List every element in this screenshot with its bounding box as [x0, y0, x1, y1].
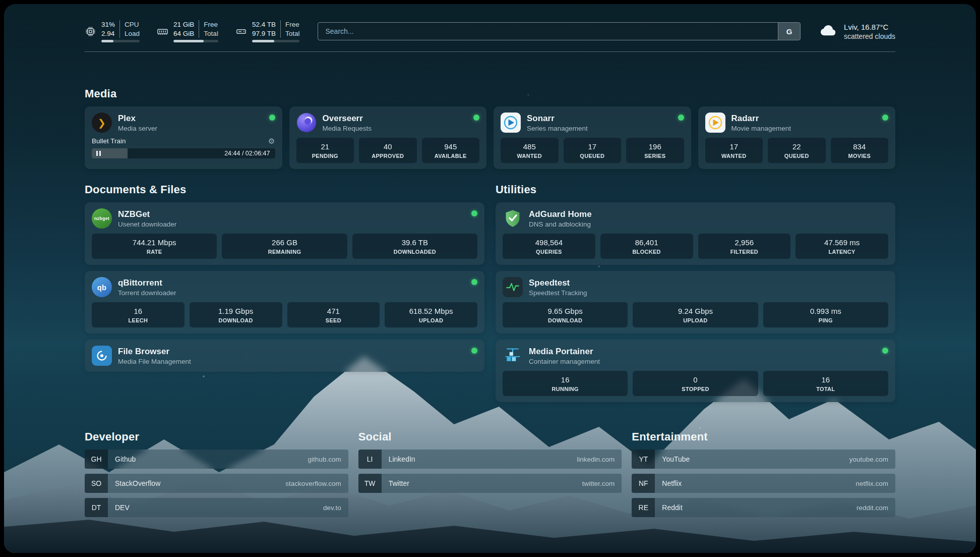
nzbget-card[interactable]: nzbget NZBGet Usenet downloader 744.21 M… — [85, 202, 484, 265]
cpu-load-label: Load — [125, 29, 140, 38]
qbittorrent-card[interactable]: qb qBittorrent Torrent downloader 16LEEC… — [85, 271, 484, 333]
filebrowser-status-dot — [471, 348, 477, 354]
radarr-card[interactable]: Radarr Movie management 17WANTED 22QUEUE… — [698, 106, 896, 169]
bookmark-name: Github — [108, 455, 136, 463]
plex-card[interactable]: ❯ Plex Media server Bullet Train ⚙ — [85, 106, 282, 169]
nzbget-icon: nzbget — [92, 208, 112, 229]
radarr-status-dot — [882, 115, 888, 121]
portainer-title: Media Portainer — [529, 347, 600, 357]
bookmark-abbr: LI — [358, 450, 382, 469]
cpu-progress-fill — [101, 40, 113, 42]
qbittorrent-stat-seed: 471SEED — [287, 302, 380, 327]
adguard-card[interactable]: AdGuard Home DNS and adblocking 498,564Q… — [496, 202, 895, 265]
bookmark-abbr: NF — [632, 474, 655, 493]
plex-subtitle: Media server — [118, 125, 157, 132]
dashboard-window: 31% 2.94 CPU Load — [4, 4, 976, 553]
bookmark-stackoverflow[interactable]: SO StackOverflow stackoverflow.com — [85, 474, 348, 493]
qbittorrent-subtitle: Torrent downloader — [118, 289, 176, 297]
social-bookmarks: Social LI LinkedIn linkedin.com TW Twitt… — [358, 430, 622, 522]
adguard-stat-latency: 47.569 msLATENCY — [795, 234, 888, 259]
pause-icon[interactable] — [96, 151, 101, 156]
bookmark-abbr: GH — [85, 450, 108, 469]
bookmark-url: youtube.com — [849, 456, 895, 463]
bookmark-abbr: TW — [358, 474, 382, 493]
portainer-stat-total: 16TOTAL — [763, 371, 888, 396]
nzbget-stat-remaining: 266 GBREMAINING — [222, 234, 347, 259]
cpu-usage-value: 31% — [101, 20, 115, 29]
nzbget-status-dot — [471, 210, 477, 216]
bookmark-linkedin[interactable]: LI LinkedIn linkedin.com — [358, 450, 622, 469]
disk-progress-bar — [252, 40, 300, 42]
portainer-subtitle: Container management — [529, 358, 600, 365]
bookmark-twitter[interactable]: TW Twitter twitter.com — [358, 474, 622, 493]
cloud-icon — [819, 21, 838, 42]
ram-progress-bar — [173, 40, 218, 42]
overseerr-stat-approved: 40APPROVED — [359, 138, 417, 163]
search-input[interactable] — [318, 23, 778, 40]
disk-free-value: 52.4 TB — [252, 20, 276, 29]
sonarr-stat-queued: 17QUEUED — [564, 138, 622, 163]
bookmark-reddit[interactable]: RE Reddit reddit.com — [632, 498, 895, 517]
portainer-status-dot — [882, 348, 888, 354]
search-bar: G — [318, 22, 801, 40]
entertainment-bookmarks: Entertainment YT YouTube youtube.com NF … — [632, 430, 895, 522]
adguard-stat-filtered: 2,956FILTERED — [698, 234, 791, 259]
adguard-shield-icon — [503, 208, 523, 229]
portainer-stat-stopped: 0STOPPED — [633, 371, 758, 396]
bookmark-url: dev.to — [323, 504, 348, 512]
sonarr-icon — [501, 113, 521, 133]
entertainment-heading: Entertainment — [632, 430, 895, 443]
ram-free-value: 21 GiB — [173, 20, 194, 29]
overseerr-card[interactable]: Overseerr Media Requests 21PENDING 40APP… — [289, 106, 487, 169]
developer-heading: Developer — [85, 430, 348, 443]
speedtest-subtitle: Speedtest Tracking — [529, 289, 587, 297]
disk-widget: 52.4 TB 97.9 TB Free Total — [235, 20, 300, 42]
utilities-heading: Utilities — [496, 183, 895, 196]
system-stats: 31% 2.94 CPU Load — [85, 20, 299, 42]
cpu-progress-bar — [101, 40, 140, 42]
bookmark-name: YouTube — [655, 455, 690, 463]
portainer-card[interactable]: Media Portainer Container management 16R… — [496, 340, 895, 402]
weather-widget[interactable]: Lviv, 16.87°C scattered clouds — [819, 21, 895, 42]
media-section: Media ❯ Plex Media server Bullet Train — [85, 87, 895, 169]
portainer-icon — [503, 346, 523, 366]
ram-total-value: 64 GiB — [173, 29, 194, 38]
cpu-widget: 31% 2.94 CPU Load — [85, 20, 140, 42]
adguard-title: AdGuard Home — [529, 209, 592, 219]
overseerr-title: Overseerr — [323, 114, 372, 124]
filebrowser-icon — [92, 346, 112, 366]
ram-free-label: Free — [204, 20, 218, 29]
radarr-title: Radarr — [731, 114, 791, 124]
qbittorrent-stat-upload: 618.52 MbpsUPLOAD — [385, 302, 477, 327]
documents-heading: Documents & Files — [85, 183, 484, 196]
sonarr-subtitle: Series management — [527, 125, 588, 132]
developer-bookmarks: Developer GH Github github.com SO StackO… — [85, 430, 348, 522]
nzbget-stat-downloaded: 39.6 TBDOWNLOADED — [352, 234, 477, 259]
bookmark-youtube[interactable]: YT YouTube youtube.com — [632, 450, 895, 469]
bookmark-dev[interactable]: DT DEV dev.to — [85, 498, 348, 517]
bookmark-name: StackOverflow — [108, 479, 160, 487]
nzbget-stat-rate: 744.21 MbpsRATE — [92, 234, 217, 259]
ram-icon — [157, 26, 168, 37]
overseerr-stat-pending: 21PENDING — [296, 138, 354, 163]
filebrowser-subtitle: Media File Management — [118, 358, 191, 365]
search-engine-button[interactable]: G — [778, 23, 800, 40]
bookmark-github[interactable]: GH Github github.com — [85, 450, 348, 469]
filebrowser-card[interactable]: File Browser Media File Management — [85, 340, 484, 372]
speedtest-stat-download: 9.65 GbpsDOWNLOAD — [503, 302, 628, 327]
bookmark-netflix[interactable]: NF Netflix netflix.com — [632, 474, 895, 493]
qbittorrent-title: qBittorrent — [118, 278, 176, 288]
gear-icon[interactable]: ⚙ — [268, 137, 275, 145]
bookmark-name: Twitter — [382, 479, 409, 487]
radarr-icon — [705, 113, 725, 133]
disk-free-label: Free — [285, 20, 300, 29]
bookmark-abbr: DT — [85, 498, 108, 517]
speedtest-stat-upload: 9.24 GbpsUPLOAD — [633, 302, 758, 327]
sonarr-status-dot — [678, 115, 684, 121]
sonarr-card[interactable]: Sonarr Series management 485WANTED 17QUE… — [494, 106, 691, 169]
bookmark-abbr: SO — [85, 474, 108, 493]
qbittorrent-icon: qb — [92, 277, 112, 297]
weather-location: Lviv, 16.87°C — [844, 23, 895, 31]
speedtest-card[interactable]: Speedtest Speedtest Tracking 9.65 GbpsDO… — [496, 271, 895, 333]
cpu-icon — [85, 26, 96, 37]
